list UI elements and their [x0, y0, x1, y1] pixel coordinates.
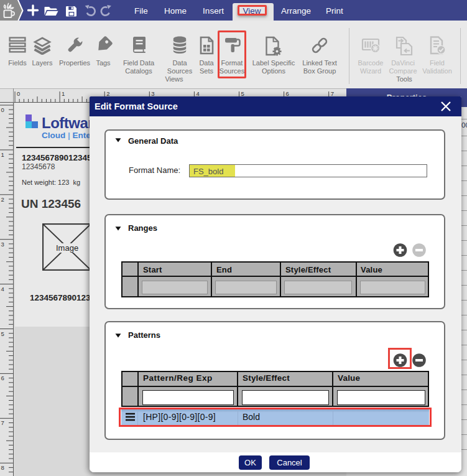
svg-text:2: 2	[1, 196, 4, 203]
svg-text:7: 7	[1, 419, 4, 426]
svg-text:5: 5	[1, 330, 4, 337]
svg-text:1: 1	[1, 151, 4, 158]
svg-text:0: 0	[1, 106, 4, 113]
svg-text:3: 3	[1, 241, 4, 248]
svg-text:8: 8	[1, 464, 4, 471]
svg-text:6: 6	[1, 375, 4, 381]
svg-text:4: 4	[1, 286, 4, 292]
svg-text:1: 1	[62, 90, 65, 97]
svg-text:0: 0	[17, 90, 20, 97]
